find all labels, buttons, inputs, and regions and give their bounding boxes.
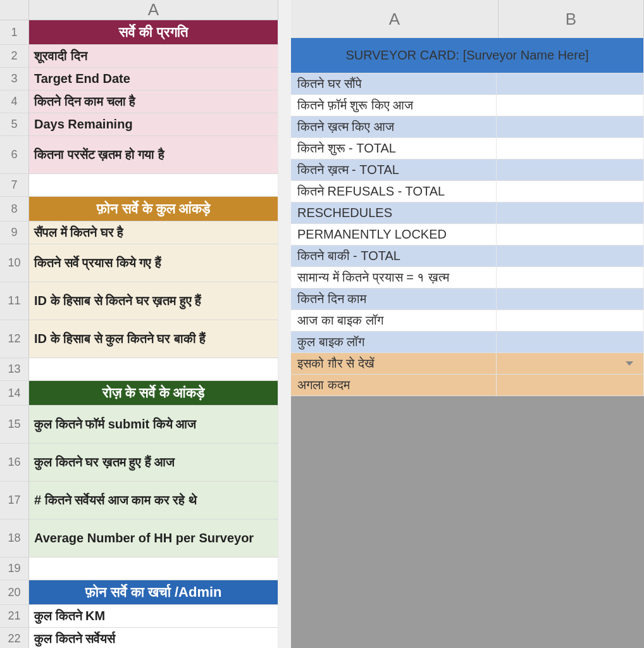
cell-A[interactable]: फ़ोन सर्वे के कुल आंकड़े: [29, 197, 278, 221]
row-number[interactable]: 17: [0, 482, 29, 519]
cell-A[interactable]: कितने सर्वे प्रयास किये गए हैं: [29, 244, 278, 282]
row-number[interactable]: 7: [0, 174, 29, 196]
cell-A[interactable]: RESCHEDULES: [291, 202, 497, 223]
table-row: कितने REFUSALS - TOTAL: [291, 181, 644, 202]
cell-A[interactable]: कितने घर सौंपे: [291, 73, 497, 94]
cell-B[interactable]: [497, 73, 644, 94]
column-headers-right: A B: [291, 0, 644, 38]
cell-B[interactable]: [497, 224, 644, 245]
table-row: कितने ख़त्म किए आज: [291, 116, 644, 138]
cell-B[interactable]: [497, 159, 644, 180]
cell-A[interactable]: # कितने सर्वेयर्स आज काम कर रहे थे: [29, 482, 278, 519]
cell-A[interactable]: [29, 558, 278, 580]
cell-A[interactable]: कुल कितने फॉर्म submit किये आज: [29, 406, 278, 443]
cell-A[interactable]: कितने फ़ॉर्म शुरू किए आज: [291, 95, 497, 116]
cell-B[interactable]: [497, 267, 644, 288]
row-number[interactable]: 6: [0, 136, 29, 173]
cell-B[interactable]: [497, 202, 644, 223]
table-row: 8फ़ोन सर्वे के कुल आंकड़े: [0, 197, 278, 221]
table-row: PERMANENTLY LOCKED: [291, 224, 644, 246]
row-number[interactable]: 16: [0, 444, 29, 481]
table-row: 6कितना परसेंट ख़तम हो गया है: [0, 136, 278, 174]
cell-A[interactable]: [29, 358, 278, 380]
cell-A[interactable]: PERMANENTLY LOCKED: [291, 224, 497, 245]
cell-A[interactable]: कितने दिन काम चला है: [29, 90, 278, 113]
table-row: 17# कितने सर्वेयर्स आज काम कर रहे थे: [0, 482, 278, 520]
table-row: कितने ख़त्म - TOTAL: [291, 159, 644, 181]
cell-B[interactable]: [497, 95, 644, 116]
row-number[interactable]: 14: [0, 381, 29, 405]
left-spreadsheet-pane: A 1सर्वे की प्रगति2शूरवादी दिन3Target En…: [0, 0, 278, 648]
row-number[interactable]: 13: [0, 358, 29, 380]
cell-A[interactable]: कितने बाकी - TOTAL: [291, 246, 497, 266]
cell-A[interactable]: शूरवादी दिन: [29, 45, 278, 67]
cell-A[interactable]: रोज़ के सर्वे के आंकड़े: [29, 381, 278, 405]
row-number[interactable]: 8: [0, 197, 29, 221]
cell-A[interactable]: Days Remaining: [29, 113, 278, 135]
cell-A[interactable]: ID के हिसाब से कुल कितने घर बाकी हैं: [29, 320, 278, 358]
corner-cell[interactable]: [0, 0, 29, 20]
row-number[interactable]: 18: [0, 520, 29, 557]
cell-A[interactable]: कुल बाइक लॉग: [291, 332, 497, 352]
column-header-B-right[interactable]: B: [498, 0, 644, 38]
cell-B[interactable]: [497, 116, 644, 137]
table-row: अगला कदम: [291, 375, 644, 396]
cell-B[interactable]: [497, 310, 644, 331]
row-number[interactable]: 5: [0, 113, 29, 135]
cell-A[interactable]: कुल कितने KM: [29, 605, 278, 627]
cell-B[interactable]: [497, 353, 644, 374]
cell-A[interactable]: ID के हिसाब से कितने घर ख़तम हुए हैं: [29, 282, 278, 320]
cell-A[interactable]: कितने ख़त्म - TOTAL: [291, 159, 497, 180]
row-number[interactable]: 1: [0, 20, 29, 44]
table-row: 16कुल कितने घर ख़तम हुए हैं आज: [0, 444, 278, 482]
cell-A[interactable]: सैंपल में कितने घर है: [29, 221, 278, 244]
row-number[interactable]: 22: [0, 628, 29, 648]
cell-A[interactable]: कुल कितने घर ख़तम हुए हैं आज: [29, 444, 278, 481]
cell-B[interactable]: [497, 289, 644, 309]
table-row: 1सर्वे की प्रगति: [0, 20, 278, 45]
cell-A[interactable]: आज का बाइक लॉग: [291, 310, 497, 331]
row-number[interactable]: 2: [0, 45, 29, 67]
row-number[interactable]: 4: [0, 90, 29, 113]
cell-A[interactable]: [29, 174, 278, 196]
column-header-A-right[interactable]: A: [291, 0, 498, 38]
cell-A[interactable]: सर्वे की प्रगति: [29, 20, 278, 44]
cell-A[interactable]: Average Number of HH per Surveyor: [29, 520, 278, 557]
table-row: कुल बाइक लॉग: [291, 332, 644, 353]
row-number[interactable]: 21: [0, 605, 29, 627]
cell-B[interactable]: [497, 138, 644, 159]
table-row: 13: [0, 358, 278, 381]
chevron-down-icon[interactable]: [626, 361, 633, 366]
cell-A[interactable]: सामान्य में कितने प्रयास = १ ख़त्म: [291, 267, 497, 288]
surveyor-card-header-row: SURVEYOR CARD: [Surveyor Name Here]: [291, 38, 644, 73]
cell-A[interactable]: कितने REFUSALS - TOTAL: [291, 181, 497, 202]
cell-A[interactable]: इसको ग़ौर से देखें: [291, 353, 497, 374]
cell-B[interactable]: [497, 246, 644, 266]
row-number[interactable]: 20: [0, 580, 29, 604]
row-number[interactable]: 15: [0, 406, 29, 443]
row-number[interactable]: 12: [0, 320, 29, 358]
table-row: सामान्य में कितने प्रयास = १ ख़त्म: [291, 267, 644, 289]
cell-A[interactable]: कितना परसेंट ख़तम हो गया है: [29, 136, 278, 173]
row-number[interactable]: 10: [0, 244, 29, 282]
column-header-A[interactable]: A: [29, 0, 278, 20]
cell-A[interactable]: कितने दिन काम: [291, 289, 497, 309]
row-number[interactable]: 3: [0, 68, 29, 90]
cell-A[interactable]: कुल कितने सर्वेयर्स: [29, 628, 278, 648]
right-spreadsheet-pane: A B SURVEYOR CARD: [Surveyor Name Here] …: [291, 0, 644, 648]
table-row: 20फ़ोन सर्वे का खर्चा /Admin: [0, 580, 278, 605]
cell-B[interactable]: [497, 181, 644, 202]
row-number[interactable]: 9: [0, 221, 29, 244]
cell-B[interactable]: [497, 375, 644, 396]
cell-B[interactable]: [497, 332, 644, 352]
table-row: 18Average Number of HH per Surveyor: [0, 520, 278, 558]
cell-A[interactable]: Target End Date: [29, 68, 278, 90]
row-number[interactable]: 11: [0, 282, 29, 320]
table-row: 2शूरवादी दिन: [0, 45, 278, 68]
cell-A[interactable]: अगला कदम: [291, 375, 497, 396]
cell-A[interactable]: फ़ोन सर्वे का खर्चा /Admin: [29, 580, 278, 604]
row-number[interactable]: 19: [0, 558, 29, 580]
cell-A[interactable]: कितने शुरू - TOTAL: [291, 138, 497, 159]
cell-A[interactable]: कितने ख़त्म किए आज: [291, 116, 497, 137]
left-rows: 1सर्वे की प्रगति2शूरवादी दिन3Target End …: [0, 20, 278, 648]
